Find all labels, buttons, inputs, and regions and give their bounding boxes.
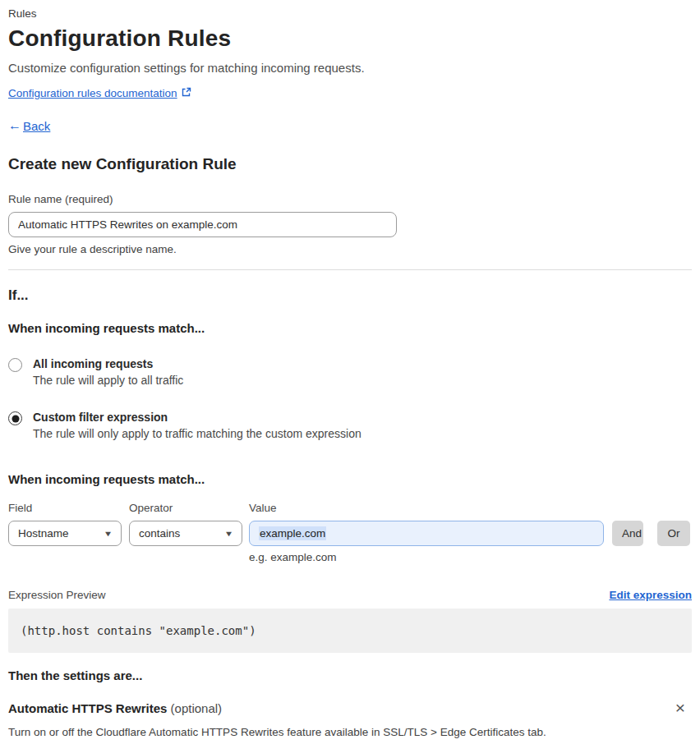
radio-option-description: The rule will apply to all traffic xyxy=(33,374,183,387)
chevron-down-icon: ▼ xyxy=(224,530,234,538)
rule-name-input[interactable] xyxy=(8,212,397,237)
setting-optional-label: (optional) xyxy=(167,701,222,715)
value-input-text: example.com xyxy=(259,526,326,540)
match-heading: When incoming requests match... xyxy=(8,321,692,335)
close-icon[interactable]: × xyxy=(675,701,685,714)
field-select-value: Hostname xyxy=(18,527,69,540)
page-subtitle: Customize configuration settings for mat… xyxy=(8,61,692,75)
if-heading: If... xyxy=(8,287,692,304)
radio-option-all-requests[interactable]: All incoming requests The rule will appl… xyxy=(8,357,692,387)
create-rule-heading: Create new Configuration Rule xyxy=(8,155,692,173)
radio-option-description: The rule will only apply to traffic matc… xyxy=(33,427,362,440)
expression-preview-box: (http.host contains "example.com") xyxy=(8,609,692,653)
expression-preview-label: Expression Preview xyxy=(8,589,106,601)
builder-heading: When incoming requests match... xyxy=(8,472,692,486)
radio-option-label: Custom filter expression xyxy=(33,411,362,424)
expression-code: (http.host contains "example.com") xyxy=(21,624,256,637)
external-link-icon xyxy=(182,87,191,99)
page-title: Configuration Rules xyxy=(8,25,692,52)
radio-option-label: All incoming requests xyxy=(33,357,183,370)
setting-description: Turn on or off the Cloudflare Automatic … xyxy=(8,726,692,738)
value-input[interactable]: example.com xyxy=(249,521,604,546)
and-button[interactable]: And xyxy=(612,521,643,546)
back-arrow-icon: ← xyxy=(8,118,21,133)
setting-title: Automatic HTTPS Rewrites (optional) xyxy=(8,701,222,715)
setting-title-name: Automatic HTTPS Rewrites xyxy=(8,701,167,715)
or-button[interactable]: Or xyxy=(657,521,690,546)
chevron-down-icon: ▼ xyxy=(104,530,113,538)
operator-select-value: contains xyxy=(139,527,180,540)
radio-unselected-icon[interactable] xyxy=(8,358,22,372)
section-divider xyxy=(8,269,692,270)
radio-selected-icon[interactable] xyxy=(8,411,22,425)
value-column-label: Value xyxy=(249,502,277,514)
rule-name-label: Rule name (required) xyxy=(8,193,692,205)
edit-expression-link[interactable]: Edit expression xyxy=(609,589,692,601)
field-select[interactable]: Hostname ▼ xyxy=(8,521,122,546)
back-link-label[interactable]: Back xyxy=(23,119,50,133)
then-heading: Then the settings are... xyxy=(8,668,692,682)
radio-option-custom-filter[interactable]: Custom filter expression The rule will o… xyxy=(8,411,692,440)
documentation-link[interactable]: Configuration rules documentation xyxy=(8,87,177,99)
back-link[interactable]: ← Back xyxy=(8,118,692,133)
operator-column-label: Operator xyxy=(129,502,249,514)
breadcrumb: Rules xyxy=(8,7,692,20)
field-column-label: Field xyxy=(8,502,129,514)
operator-select[interactable]: contains ▼ xyxy=(129,521,242,546)
rule-name-helper: Give your rule a descriptive name. xyxy=(8,243,692,255)
value-helper: e.g. example.com xyxy=(249,551,692,563)
